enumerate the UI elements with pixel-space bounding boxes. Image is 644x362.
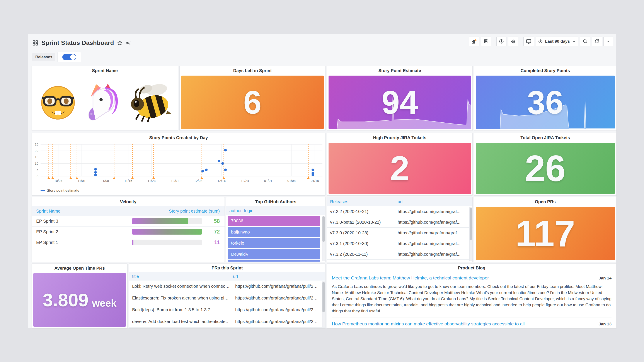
- dashboard-surface: Sprint Status Dashboard: [28, 34, 616, 328]
- screenshot-root: Sprint Status Dashboard: [0, 0, 644, 362]
- pr-url-cell[interactable]: https://github.com/grafana/grafana/pull/…: [232, 319, 325, 324]
- release-url-cell[interactable]: https://github.com/grafana/graf...: [394, 220, 472, 225]
- column-header-url[interactable]: url: [230, 274, 325, 279]
- stat-value: 36: [527, 86, 564, 119]
- release-url-cell[interactable]: https://github.com/grafana/graf...: [394, 230, 472, 235]
- stat-value: 2: [390, 151, 410, 186]
- pr-url-cell[interactable]: https://github.com/grafana/grafana/pull/…: [232, 296, 325, 301]
- scrollbar-thumb[interactable]: [322, 282, 324, 312]
- panel-title[interactable]: Sprint Name: [32, 66, 178, 75]
- release-url-cell[interactable]: https://github.com/grafana/graf...: [394, 209, 472, 214]
- panel-title[interactable]: Velocity: [32, 197, 224, 206]
- svg-text:5: 5: [37, 168, 38, 172]
- release-url-cell[interactable]: https://github.com/grafana/graf...: [394, 252, 472, 257]
- panel-title[interactable]: Story Point Estimate: [327, 66, 472, 75]
- panel-releases-table: Releases url v7.2.2 (2020-10-21)https://…: [327, 197, 473, 262]
- column-header-url[interactable]: url: [394, 199, 472, 204]
- zoom-out-time-button[interactable]: [580, 36, 590, 46]
- pr-title-cell: Build(deps): Bump ini from 1.3.5 to 1.3.…: [129, 307, 232, 312]
- story-point-estimate-stat: 94: [328, 76, 471, 129]
- release-version-cell: v7.3.0-beta2 (2020-10-22): [327, 220, 394, 225]
- release-row: v7.3.1 (2020-10-30)https://github.com/gr…: [327, 238, 472, 249]
- panel-product-blog: Product Blog Meet the Grafana Labs team:…: [327, 263, 616, 329]
- stat-value: 26: [525, 150, 566, 187]
- panel-title[interactable]: PRs this Sprint: [129, 264, 325, 272]
- svg-text:20: 20: [35, 149, 38, 152]
- release-row: v7.3.0 (2020-10-28)https://github.com/gr…: [327, 228, 472, 238]
- prs-table-body: Loki: Retry web socket connection when c…: [129, 281, 325, 328]
- pr-url-cell[interactable]: https://github.com/grafana/grafana/pull/…: [232, 307, 325, 312]
- svg-text:0: 0: [37, 174, 38, 178]
- panel-title[interactable]: Average Open Time PRs: [32, 264, 127, 273]
- refresh-interval-dropdown[interactable]: [604, 36, 613, 46]
- dashboard-settings-button[interactable]: [508, 36, 518, 46]
- panel-title[interactable]: Top GitHub Authors: [226, 197, 325, 206]
- star-dashboard-button[interactable]: [117, 40, 123, 46]
- legend-item-story-point-estimate[interactable]: Story point estimate: [40, 188, 79, 193]
- panel-sprint-name: Sprint Name: [32, 66, 178, 131]
- sprint-name-cell: EP Sprint 1: [32, 240, 132, 245]
- blog-article-body: As Grafana Labs continues to grow, we'd …: [332, 284, 612, 314]
- release-row: v7.3.2 (2020-11-11)https://github.com/gr…: [327, 249, 472, 260]
- releases-scrollbar[interactable]: [469, 207, 472, 261]
- refresh-button[interactable]: [592, 36, 602, 46]
- scrollbar-thumb[interactable]: [322, 216, 324, 242]
- blog-article-link[interactable]: Meet the Grafana Labs team: Matthew Helm…: [332, 275, 489, 281]
- pr-row: Elasticsearch: Fix broken alerting when …: [129, 292, 325, 304]
- svg-text:01/01: 01/01: [264, 179, 272, 183]
- column-header-releases[interactable]: Releases: [327, 199, 394, 204]
- releases-toggle-pill[interactable]: [62, 54, 76, 60]
- velocity-bar: [132, 218, 202, 224]
- panel-title[interactable]: Completed Story Points: [474, 66, 616, 75]
- story-point-value-cell: 58: [202, 218, 224, 224]
- sprint-name-emojis: [32, 76, 178, 129]
- time-range-label: Last 90 days: [545, 39, 570, 44]
- scrollbar-thumb[interactable]: [470, 208, 472, 240]
- time-range-picker[interactable]: Last 90 days: [536, 36, 578, 46]
- blog-article-list: Meet the Grafana Labs team: Matthew Helm…: [327, 272, 616, 327]
- blog-article: Meet the Grafana Labs team: Matthew Helm…: [332, 275, 612, 314]
- pr-url-cell[interactable]: https://github.com/grafana/grafana/pull/…: [232, 284, 325, 289]
- sprint-name-cell: EP Sprint 2: [32, 229, 132, 234]
- panel-title[interactable]: Total Open JIRA Tickets: [474, 133, 616, 142]
- dashboard-insights-button[interactable]: [496, 36, 506, 46]
- pr-title-cell: Elasticsearch: Fix broken alerting when …: [129, 296, 232, 301]
- panel-velocity: Velocity Sprint Name Story point estimat…: [32, 197, 225, 262]
- release-url-cell[interactable]: https://github.com/grafana/graf...: [394, 241, 472, 246]
- velocity-table-body: EP Sprint 358EP Sprint 272EP Sprint 111: [32, 216, 224, 248]
- releases-toggle[interactable]: [58, 52, 81, 62]
- avg-open-time-stat: 3.809 week: [33, 273, 126, 327]
- stat-value: 117: [515, 215, 575, 252]
- legend-marker: [40, 190, 45, 191]
- authors-scrollbar[interactable]: [322, 216, 324, 261]
- release-row: v7.2.2 (2020-10-21)https://github.com/gr…: [327, 206, 472, 217]
- releases-table-body: v7.2.2 (2020-10-21)https://github.com/gr…: [327, 206, 472, 260]
- save-dashboard-button[interactable]: [481, 36, 491, 46]
- svg-text:11/15: 11/15: [124, 179, 132, 183]
- blog-article-link[interactable]: How Prometheus monitoring mixins can mak…: [332, 321, 524, 327]
- stat-value: 94: [382, 86, 418, 119]
- cycle-view-mode-button[interactable]: [524, 36, 534, 46]
- column-header-author-login[interactable]: author_login: [226, 206, 325, 215]
- column-header-sprint-name[interactable]: Sprint Name: [32, 209, 132, 214]
- prs-scrollbar[interactable]: [322, 281, 324, 327]
- high-priority-stat: 2: [328, 143, 471, 194]
- panel-title[interactable]: Open PRs: [474, 197, 616, 206]
- share-dashboard-button[interactable]: [126, 40, 131, 45]
- column-header-title[interactable]: title: [129, 274, 230, 279]
- author-row: baijunyao: [228, 227, 320, 237]
- panel-story-point-estimate: Story Point Estimate 94: [327, 66, 473, 131]
- days-left-stat: 6: [181, 76, 324, 129]
- add-panel-button[interactable]: [469, 36, 480, 46]
- story-point-value-cell: 72: [202, 229, 224, 235]
- completed-story-points-stat: 36: [476, 76, 615, 129]
- column-header-story-point-estimate[interactable]: Story point estimate (sum): [132, 209, 224, 214]
- svg-text:25: 25: [35, 142, 38, 146]
- velocity-bar: [132, 240, 202, 245]
- author-row: DewaldV: [228, 249, 320, 259]
- open-prs-stat: 117: [476, 207, 615, 260]
- panel-title[interactable]: Days Left in Sprint: [180, 66, 325, 75]
- panel-title[interactable]: Product Blog: [327, 264, 616, 272]
- panel-title[interactable]: Story Points Created by Day: [32, 133, 325, 142]
- panel-title[interactable]: High Priority JIRA Tickets: [327, 133, 472, 142]
